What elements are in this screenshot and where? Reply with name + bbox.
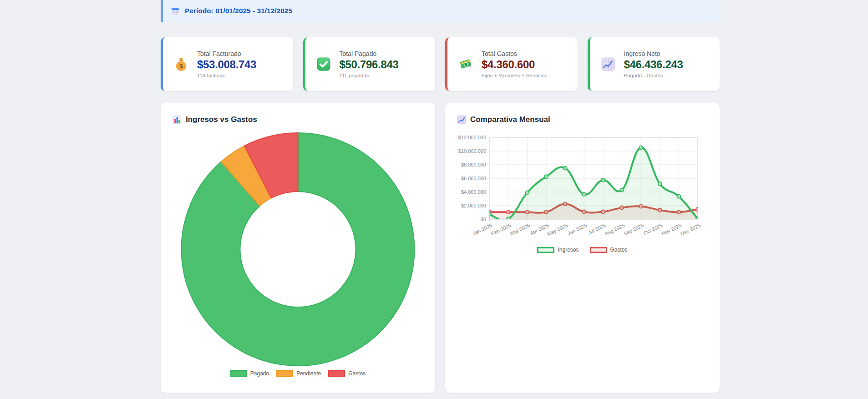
line-chart-title-text: Comparativa Mensual — [470, 115, 550, 124]
line-chart-title: Comparativa Mensual — [445, 103, 720, 124]
svg-text:$2.000.000: $2.000.000 — [461, 203, 486, 208]
chart-up-icon — [600, 56, 616, 72]
svg-text:Sep 2025: Sep 2025 — [623, 222, 645, 237]
card-ingreso-neto: Ingreso Neto $46.436.243 Pagado - Gastos — [588, 37, 720, 91]
legend-label: Gastos — [610, 247, 628, 253]
legend-label: Pagado — [250, 370, 269, 377]
donut-chart-title-text: Ingresos vs Gastos — [186, 115, 257, 124]
svg-text:Apr 2025: Apr 2025 — [529, 222, 550, 236]
card-value: $46.436.243 — [624, 58, 683, 71]
legend-label: Ingresos — [558, 247, 579, 253]
dashboard: Período: 01/01/2025 - 31/12/2025 $ Total… — [161, 0, 720, 393]
legend-label: Pendiente — [296, 370, 321, 377]
legend-swatch — [328, 370, 345, 377]
card-text: Total Pagado $50.796.843 111 pagadas — [340, 50, 399, 78]
svg-text:$4.000.000: $4.000.000 — [461, 189, 486, 195]
svg-text:Dec 2025: Dec 2025 — [680, 222, 701, 237]
svg-text:$0: $0 — [481, 217, 486, 222]
stat-cards-row: $ Total Facturado $53.008.743 114 factur… — [161, 37, 720, 91]
svg-text:Oct 2025: Oct 2025 — [643, 222, 664, 236]
money-bag-icon: $ — [173, 56, 189, 72]
card-label: Total Pagado — [340, 50, 399, 57]
svg-text:Mar 2025: Mar 2025 — [509, 222, 531, 237]
donut-legend: PagadoPendienteGastos — [161, 370, 435, 377]
card-total-gastos: $ Total Gastos $4.360.600 Fijos + Variab… — [445, 37, 578, 91]
donut-chart-svg[interactable] — [161, 132, 435, 367]
line-legend-item-ingresos[interactable]: Ingresos — [537, 247, 579, 253]
donut-chart-title: Ingresos vs Gastos — [161, 103, 435, 124]
line-chart-legend: IngresosGastos — [445, 247, 720, 253]
donut-legend-item-gastos[interactable]: Gastos — [328, 370, 365, 377]
card-total-pagado: Total Pagado $50.796.843 111 pagadas — [303, 37, 436, 91]
svg-text:May 2025: May 2025 — [547, 222, 569, 237]
check-icon — [315, 56, 332, 72]
card-text: Total Facturado $53.008.743 114 facturas — [197, 50, 256, 78]
line-chart-svg[interactable]: $0$2.000.000$4.000.000$6.000.000$8.000.0… — [445, 127, 720, 259]
svg-text:$: $ — [179, 63, 183, 70]
legend-swatch — [590, 247, 607, 253]
card-sub: Pagado - Gastos — [624, 73, 683, 78]
x-axis-labels: Jan 2025Feb 2025Mar 2025Apr 2025May 2025… — [472, 222, 701, 237]
line-chart-card: Comparativa Mensual $0$2.000.000$4.000.0… — [445, 103, 720, 393]
line-series-ingresos[interactable] — [487, 146, 700, 221]
donut-chart-card: Ingresos vs Gastos PagadoPendienteGastos — [161, 103, 435, 393]
card-sub: 114 facturas — [197, 73, 256, 78]
calendar-icon — [171, 6, 180, 15]
legend-swatch — [230, 370, 247, 377]
card-sub: 111 pagadas — [340, 73, 399, 78]
donut-legend-item-pagado[interactable]: Pagado — [230, 370, 269, 377]
period-banner: Período: 01/01/2025 - 31/12/2025 — [161, 0, 720, 22]
charts-row: Ingresos vs Gastos PagadoPendienteGastos… — [161, 103, 720, 393]
svg-text:$8.000.000: $8.000.000 — [461, 162, 486, 167]
svg-text:Jan 2025: Jan 2025 — [472, 222, 493, 236]
card-text: Total Gastos $4.360.600 Fijos + Variable… — [482, 50, 547, 78]
card-value: $53.008.743 — [197, 58, 256, 71]
card-value: $4.360.600 — [482, 58, 547, 71]
line-chart-icon — [457, 115, 466, 124]
card-value: $50.796.843 — [340, 58, 399, 71]
legend-swatch — [276, 370, 293, 377]
card-total-facturado: $ Total Facturado $53.008.743 114 factur… — [161, 37, 293, 91]
svg-text:Aug 2025: Aug 2025 — [604, 222, 626, 237]
card-text: Ingreso Neto $46.436.243 Pagado - Gastos — [624, 50, 683, 78]
flying-money-icon: $ — [457, 56, 474, 72]
line-legend-item-gastos[interactable]: Gastos — [590, 247, 628, 253]
svg-text:Feb 2025: Feb 2025 — [490, 222, 512, 237]
card-label: Ingreso Neto — [624, 50, 683, 57]
y-axis-labels: $0$2.000.000$4.000.000$6.000.000$8.000.0… — [458, 135, 486, 222]
svg-text:$12.000.000: $12.000.000 — [458, 135, 486, 140]
legend-swatch — [537, 247, 554, 253]
svg-text:Nov 2025: Nov 2025 — [660, 222, 682, 237]
card-label: Total Gastos — [482, 50, 547, 57]
donut-legend-item-pendiente[interactable]: Pendiente — [276, 370, 321, 377]
svg-text:Jun 2025: Jun 2025 — [567, 222, 588, 236]
card-sub: Fijos + Variables + Servicios — [482, 73, 547, 78]
period-text: Período: 01/01/2025 - 31/12/2025 — [185, 7, 292, 15]
card-label: Total Facturado — [197, 50, 256, 57]
svg-text:$6.000.000: $6.000.000 — [461, 176, 486, 181]
bar-chart-icon — [173, 115, 182, 124]
svg-text:$10.000.000: $10.000.000 — [458, 148, 486, 154]
svg-text:Jul 2025: Jul 2025 — [587, 222, 607, 235]
legend-label: Gastos — [348, 370, 365, 377]
